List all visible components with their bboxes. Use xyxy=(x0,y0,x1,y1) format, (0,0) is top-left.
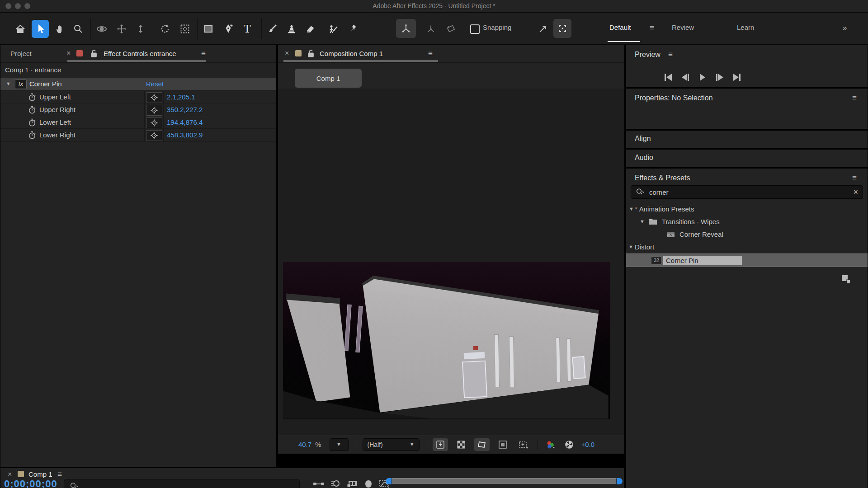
type-tool[interactable]: T xyxy=(239,20,256,38)
gizmo-position-button[interactable] xyxy=(422,20,439,38)
new-panel-corner-icon[interactable] xyxy=(840,273,851,284)
pick-whip-target-icon[interactable] xyxy=(146,105,162,116)
chevron-down-icon[interactable]: ▼ xyxy=(629,206,634,211)
clone-stamp-tool[interactable] xyxy=(283,20,300,38)
workspace-tab-default[interactable]: Default xyxy=(609,23,631,31)
snapping-checkbox[interactable] xyxy=(470,24,480,34)
workspace-menu-icon[interactable]: ≡ xyxy=(650,24,654,32)
corner-pin-effect-header[interactable]: ▼ fx Corner Pin Reset xyxy=(0,78,276,90)
fx-badge[interactable]: fx xyxy=(15,80,27,89)
zoom-tool[interactable] xyxy=(70,20,87,38)
reset-link[interactable]: Reset xyxy=(146,80,164,88)
chevron-down-icon[interactable]: ▼ xyxy=(628,244,633,249)
play-button[interactable] xyxy=(695,71,710,83)
pan-camera-tool[interactable] xyxy=(113,20,130,38)
frame-blend-icon[interactable] xyxy=(347,480,358,488)
effects-search-input[interactable] xyxy=(648,188,853,197)
previous-frame-button[interactable] xyxy=(678,71,693,83)
tree-item-corner-reveal[interactable]: fx Corner Reveal xyxy=(626,228,868,240)
exposure-reset-button[interactable] xyxy=(561,438,577,451)
gizmo-universal-button[interactable] xyxy=(396,19,416,38)
project-tab-close-icon[interactable]: × xyxy=(66,50,71,57)
exposure-value[interactable]: +0.0 xyxy=(581,441,595,448)
zoom-dropdown[interactable]: ▼ xyxy=(330,438,349,451)
eraser-tool[interactable] xyxy=(302,20,319,38)
align-title[interactable]: Align xyxy=(635,135,651,143)
properties-panel-menu-icon[interactable]: ≡ xyxy=(852,94,857,102)
puppet-pin-tool[interactable] xyxy=(344,20,362,38)
param-value[interactable]: 458.3,802.9 xyxy=(167,131,203,139)
tree-item-transitions-wipes[interactable]: ▼ Transitions - Wipes xyxy=(626,215,868,228)
stopwatch-icon[interactable] xyxy=(28,93,37,102)
timeline-tab-comp1[interactable]: Comp 1 xyxy=(28,470,52,478)
selection-tool[interactable] xyxy=(32,20,49,38)
effects-search-box[interactable]: × xyxy=(631,185,863,199)
channel-select-button[interactable] xyxy=(542,438,558,451)
tree-item-animation-presets[interactable]: ▼ * Animation Presets xyxy=(626,202,868,215)
motion-blur-icon[interactable] xyxy=(330,480,340,488)
stopwatch-icon[interactable] xyxy=(28,118,37,127)
composition-panel-menu-icon[interactable]: ≡ xyxy=(428,50,433,57)
timeline-search-box[interactable] xyxy=(64,479,300,488)
region-brackets-button[interactable] xyxy=(553,19,571,38)
param-value[interactable]: 2.1,205.1 xyxy=(167,93,195,101)
effects-panel-menu-icon[interactable]: ≡ xyxy=(852,174,857,182)
stopwatch-icon[interactable] xyxy=(28,105,37,114)
zoom-percent-value[interactable]: 40.7 xyxy=(298,441,311,448)
workspace-tab-review[interactable]: Review xyxy=(672,23,694,31)
guides-rulers-button[interactable] xyxy=(516,438,531,451)
effect-controls-panel-menu-icon[interactable]: ≡ xyxy=(201,50,206,57)
collapse-chevron-icon[interactable]: ▼ xyxy=(6,81,11,86)
fast-preview-button[interactable] xyxy=(433,438,448,451)
more-workspaces-chevron[interactable]: » xyxy=(843,23,847,33)
param-value[interactable]: 350.2,227.2 xyxy=(167,106,203,113)
composition-tab-close-icon[interactable]: × xyxy=(285,50,289,57)
brush-tool[interactable] xyxy=(264,20,281,38)
unlock-icon[interactable] xyxy=(307,49,315,57)
stopwatch-icon[interactable] xyxy=(28,131,37,140)
preview-panel-menu-icon[interactable]: ≡ xyxy=(668,51,673,58)
home-tool[interactable] xyxy=(12,20,29,38)
tree-item-distort[interactable]: ▼ Distort xyxy=(626,240,868,253)
scrollbar-thumb[interactable] xyxy=(392,478,617,484)
audio-title[interactable]: Audio xyxy=(635,154,653,162)
rotation-tool[interactable] xyxy=(156,20,174,38)
draft-3d-icon[interactable] xyxy=(364,480,373,488)
region-of-interest-button[interactable] xyxy=(495,438,510,451)
first-frame-button[interactable] xyxy=(661,71,675,83)
comp-mini-tab[interactable]: Comp 1 xyxy=(295,69,362,88)
hand-tool[interactable] xyxy=(52,20,69,38)
tab-effect-controls[interactable]: Effect Controls entrance xyxy=(104,50,176,57)
last-frame-button[interactable] xyxy=(730,71,744,83)
pan-behind-anchor-tool[interactable] xyxy=(176,20,193,38)
pick-whip-target-icon[interactable] xyxy=(146,117,162,128)
pen-tool[interactable] xyxy=(220,20,237,38)
roto-brush-tool[interactable] xyxy=(325,20,342,38)
grow-bounds-button[interactable] xyxy=(534,20,552,38)
orbit-camera-tool[interactable] xyxy=(93,20,110,38)
chevron-down-icon[interactable]: ▼ xyxy=(640,219,645,224)
timeline-tab-close-icon[interactable]: × xyxy=(8,471,12,478)
param-value[interactable]: 194.4,876.4 xyxy=(167,118,203,126)
clear-search-icon[interactable]: × xyxy=(853,188,858,196)
timeline-zoom-scrollbar[interactable] xyxy=(386,478,623,484)
gizmo-rotation-button[interactable] xyxy=(442,20,459,38)
tree-item-corner-pin-selected[interactable]: 32 Corner Pin xyxy=(626,253,868,267)
pick-whip-target-icon[interactable] xyxy=(146,130,162,141)
unlock-icon[interactable] xyxy=(90,49,98,57)
mask-visibility-button[interactable] xyxy=(474,438,490,451)
scrollbar-right-handle[interactable] xyxy=(617,478,623,484)
pick-whip-target-icon[interactable] xyxy=(146,92,162,103)
scrollbar-left-handle[interactable] xyxy=(386,478,392,484)
current-timecode[interactable]: 0;00;00;00 xyxy=(4,478,57,488)
workspace-tab-learn[interactable]: Learn xyxy=(737,23,754,31)
composition-viewport[interactable] xyxy=(278,89,624,435)
transparency-grid-button[interactable] xyxy=(453,438,469,451)
composition-flowchart-icon[interactable] xyxy=(313,480,324,488)
snapping-label[interactable]: Snapping xyxy=(483,23,511,31)
tab-project[interactable]: Project xyxy=(10,50,32,57)
resolution-dropdown[interactable]: (Half) ▼ xyxy=(363,438,420,451)
next-frame-button[interactable] xyxy=(712,71,727,83)
dolly-camera-tool[interactable] xyxy=(132,20,149,38)
timeline-panel-menu-icon[interactable]: ≡ xyxy=(57,470,62,478)
